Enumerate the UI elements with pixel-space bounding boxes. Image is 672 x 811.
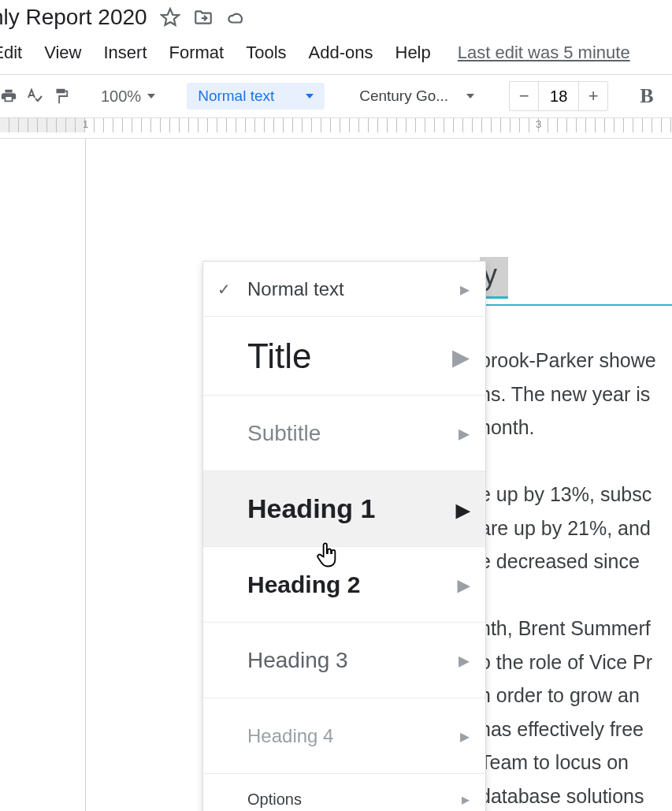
style-option-label: Subtitle [247,421,321,446]
last-edit-link[interactable]: Last edit was 5 minute [458,43,630,63]
document-body-text[interactable]: brook-Parker showe ns. The new year is n… [480,344,672,811]
font-size-control: − + [509,81,608,111]
style-option-label: Heading 3 [247,648,348,673]
chevron-right-icon: ▸ [462,790,470,809]
menu-tools[interactable]: Tools [246,43,286,63]
chevron-right-icon: ▸ [458,571,470,598]
menu-format[interactable]: Format [169,43,225,63]
menu-help[interactable]: Help [395,43,431,63]
style-option-subtitle[interactable]: Subtitle ▸ [203,396,485,471]
menu-insert[interactable]: Insert [103,43,147,63]
title-row: onthly Report 2020 [0,0,672,35]
print-icon[interactable] [0,84,17,108]
chevron-down-icon [466,94,474,99]
chevron-right-icon: ▸ [460,725,470,747]
style-option-normal-text[interactable]: ✓ Normal text ▸ [203,262,485,317]
svg-marker-0 [162,9,179,25]
heading-underline [480,304,672,306]
spellcheck-icon[interactable] [25,84,44,108]
menu-edit[interactable]: Edit [0,43,22,63]
style-option-label: Heading 4 [247,725,333,747]
font-size-input[interactable] [538,82,579,110]
chevron-right-icon: ▸ [459,420,470,446]
paragraph-style-label: Normal text [198,87,274,105]
cloud-icon[interactable] [226,7,247,28]
chevron-down-icon [306,94,314,99]
move-folder-icon[interactable] [193,7,213,28]
font-size-increase-button[interactable]: + [579,82,607,110]
font-dropdown[interactable]: Century Go... [350,83,484,110]
ruler-mark: 3 [536,118,541,130]
style-option-label: Normal text [247,278,344,300]
style-option-label: Heading 2 [247,571,360,598]
document-canvas: y brook-Parker showe ns. The new year is… [0,139,672,811]
chevron-down-icon [147,94,155,99]
font-label: Century Go... [359,87,448,105]
style-option-heading-2[interactable]: Heading 2 ▸ [203,547,485,623]
menu-bar: e Edit View Insert Format Tools Add-ons … [0,35,672,75]
paragraph-style-menu: ✓ Normal text ▸ Title ▸ Subtitle ▸ Headi… [202,261,486,811]
zoom-dropdown[interactable]: 100% [95,87,162,106]
ruler-mark: 1 [83,118,88,130]
star-icon[interactable] [160,7,180,28]
style-option-options[interactable]: Options ▸ [203,774,485,811]
style-option-title[interactable]: Title ▸ [203,317,485,396]
style-option-label: Options [247,791,302,809]
check-icon: ✓ [217,280,231,299]
chevron-right-icon: ▸ [456,493,470,525]
style-option-heading-3[interactable]: Heading 3 ▸ [203,623,485,698]
menu-view[interactable]: View [44,43,81,63]
zoom-value: 100% [101,87,141,106]
chevron-right-icon: ▸ [452,336,470,376]
style-option-label: Title [247,337,312,376]
style-option-heading-4[interactable]: Heading 4 ▸ [203,698,485,774]
style-option-label: Heading 1 [247,493,375,524]
menu-addons[interactable]: Add-ons [309,43,373,63]
chevron-right-icon: ▸ [460,278,470,300]
horizontal-ruler[interactable]: 1 3 [0,118,672,139]
paragraph-style-dropdown[interactable]: Normal text [187,83,325,110]
style-option-heading-1[interactable]: Heading 1 ▸ [203,471,485,547]
document-title[interactable]: onthly Report 2020 [0,5,147,30]
paint-format-icon[interactable] [52,84,69,108]
font-size-decrease-button[interactable]: − [510,82,538,110]
bold-button[interactable]: B [633,84,659,108]
italic-button[interactable]: I [668,84,673,108]
chevron-right-icon: ▸ [459,647,470,673]
toolbar: 100% Normal text Century Go... − + B I [0,75,672,118]
